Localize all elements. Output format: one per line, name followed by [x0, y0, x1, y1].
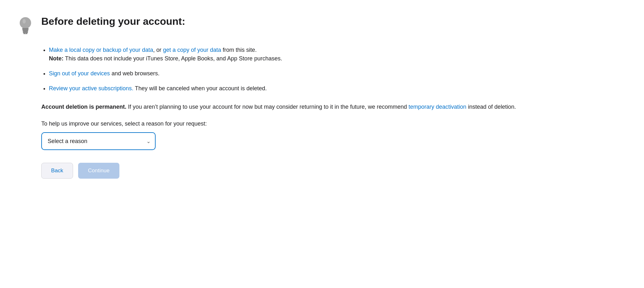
suffix-3: They will be canceled when your account … [133, 85, 267, 92]
lightbulb-icon [16, 14, 35, 36]
permanent-section: Account deletion is permanent. If you ar… [41, 102, 628, 112]
button-section: Back Continue [41, 163, 628, 179]
page-title: Before deleting your account: [41, 15, 185, 27]
continue-button[interactable]: Continue [78, 163, 119, 179]
bullet-list: Make a local copy or backup of your data… [41, 46, 628, 93]
list-item-backup: Make a local copy or backup of your data… [49, 46, 628, 63]
reason-select-wrapper: Select a reason I have a privacy concern… [41, 132, 156, 150]
svg-rect-2 [23, 30, 28, 31]
back-button[interactable]: Back [41, 163, 73, 179]
svg-point-0 [20, 17, 31, 29]
reason-label: To help us improve our services, select … [41, 120, 628, 127]
header-section: Before deleting your account: [16, 13, 628, 36]
permanent-bold: Account deletion is permanent. [41, 104, 126, 110]
reason-section: To help us improve our services, select … [41, 120, 628, 150]
list-item-subscriptions: Review your active subscriptions. They w… [49, 84, 628, 93]
content-section: Make a local copy or backup of your data… [16, 46, 628, 179]
copy-link[interactable]: get a copy of your data [163, 47, 221, 53]
backup-link[interactable]: Make a local copy or backup of your data [49, 47, 153, 53]
svg-point-7 [23, 19, 26, 24]
deactivation-link[interactable]: temporary deactivation [409, 104, 466, 110]
svg-rect-1 [22, 28, 29, 30]
suffix-2: and web browsers. [110, 70, 159, 77]
reason-select[interactable]: Select a reason I have a privacy concern… [41, 132, 156, 150]
permanent-suffix: instead of deletion. [466, 104, 516, 110]
separator-1: , or [153, 47, 163, 53]
note-label: Note: [49, 55, 64, 62]
suffix-1: from this site. [221, 47, 257, 53]
note-text: This data does not include your iTunes S… [64, 55, 282, 62]
subscriptions-link[interactable]: Review your active subscriptions. [49, 85, 133, 92]
permanent-body: If you aren’t planning to use your accou… [126, 104, 408, 110]
list-item-signout: Sign out of your devices and web browser… [49, 69, 628, 78]
signout-link[interactable]: Sign out of your devices [49, 70, 110, 77]
